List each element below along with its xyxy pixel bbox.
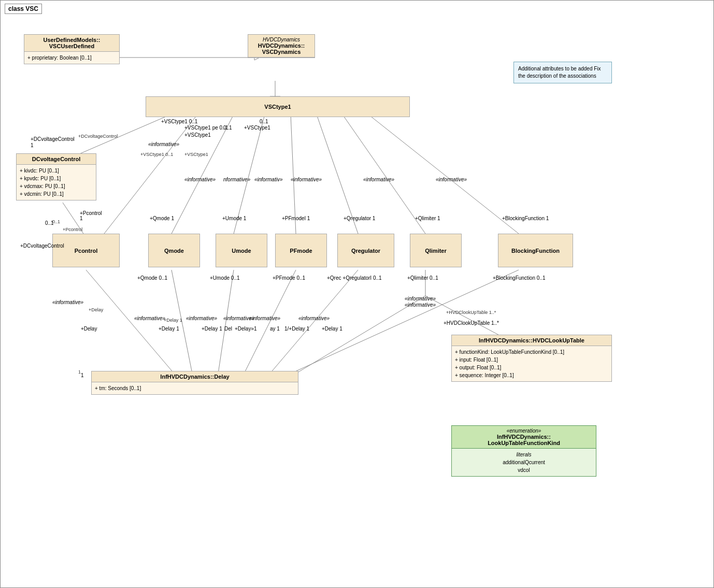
- label-informative-5: «informative»: [291, 177, 322, 182]
- class-umode-header: Umode: [216, 234, 267, 267]
- label-informative-row1: «informative»: [148, 141, 179, 147]
- class-hvdc-dynamics: HVDCDynamics HVDCDynamics::VSCDynamics: [248, 34, 315, 58]
- svg-line-31: [425, 296, 503, 337]
- label-informative-7: «informative»: [436, 177, 467, 182]
- class-delay-header: InfHVDCDynamics::Delay: [92, 371, 298, 382]
- class-qmode: Qmode: [148, 234, 200, 267]
- label-informative-3: nformative»: [223, 177, 250, 182]
- label-qreg-bot: +Qrec +QregulatorI 0..1: [327, 275, 382, 281]
- svg-line-23: [172, 270, 192, 374]
- label-delay-pfmode: Del: [224, 326, 232, 332]
- label-block-bot: +BlockingFunction 0..1: [493, 275, 545, 281]
- label-dc-control-1: +DCvoltageControl: [31, 136, 75, 142]
- label-inf-pfmode2: «informative»: [249, 315, 280, 321]
- label-delay-umode: +Delay 1: [202, 326, 222, 332]
- class-lookup-kind-header: «enumeration» InfHVDCDynamics::LookUpTab…: [452, 426, 596, 449]
- class-lookup-kind-enum: «enumeration» InfHVDCDynamics::LookUpTab…: [451, 425, 596, 477]
- label-pfmode-top: +PFmodel 1: [282, 216, 310, 221]
- label-block-top: +BlockingFunction 1: [502, 216, 549, 221]
- label-vsct1-pcontrol: +VSCtype1 0..1: [161, 119, 197, 124]
- label-delay-qlim: 1/+Delay 1: [284, 326, 309, 332]
- label-delay-qmode: +Delay 1: [159, 326, 179, 332]
- class-qregulator-header: Qregulator: [338, 234, 394, 267]
- label-delay-pcontrol: +Delay: [81, 326, 97, 332]
- svg-line-27: [270, 270, 358, 374]
- class-hvdc-lookup-table: InfHVDCDynamics::HVDCLookUpTable + funct…: [451, 335, 612, 382]
- class-qmode-header: Qmode: [149, 234, 199, 267]
- label-qlim-bot: +Qlimiter 0..1: [407, 275, 438, 281]
- class-user-defined-body: + proprietary: Boolean [0..1]: [24, 52, 119, 64]
- label-inf-qreg: «informative»: [298, 315, 330, 321]
- label-delay-pfmode2: +Delay»1: [235, 326, 257, 332]
- class-delay: InfHVDCDynamics::Delay + tm: Seconds [0.…: [91, 371, 298, 395]
- class-delay-body: + tm: Seconds [0..1]: [92, 382, 298, 394]
- svg-text:+Pcontrol: +Pcontrol: [63, 227, 82, 232]
- class-pcontrol-header: Pcontrol: [53, 234, 119, 267]
- class-vsctype1: VSCtype1: [146, 96, 410, 117]
- svg-text:+HVDClookUpTable 1..*: +HVDClookUpTable 1..*: [446, 310, 496, 315]
- label-informative-4: «informativ»: [254, 177, 282, 182]
- label-vsct1-qmode: +VSCtype1 pe 0..1: [184, 125, 228, 131]
- note-additional: Additional attributes to be added Fix th…: [513, 62, 612, 83]
- label-pcontrol-main: +Pcontrol: [80, 210, 102, 216]
- label-inf-qlim: «informative»: [405, 296, 436, 302]
- class-umode: Umode: [216, 234, 267, 267]
- class-blocking-function: BlockingFunction: [498, 234, 573, 267]
- svg-text:+VSCtype1: +VSCtype1: [184, 152, 208, 157]
- label-vsct1-umode: +VSCtype1: [244, 125, 270, 131]
- label-delay-qreg: ay 1: [270, 326, 280, 332]
- svg-line-20: [86, 270, 174, 374]
- label-dc-control-1b: 1: [31, 142, 34, 148]
- svg-text:+DCvoltageControl: +DCvoltageControl: [78, 134, 118, 139]
- class-lookup-kind-body: literals additionalQcurrent vdcol: [452, 449, 596, 476]
- svg-text:+VSCtype1  0..1: +VSCtype1 0..1: [140, 152, 173, 157]
- class-hvdc-lookup-table-body: + functionKind: LookUpTableFunctionKind …: [452, 346, 611, 381]
- class-pcontrol: Pcontrol: [52, 234, 120, 267]
- label-inf-pcontrol: «informative»: [52, 299, 83, 305]
- label-qreg-top: +Qregulator 1: [344, 216, 375, 221]
- class-qlimiter-header: Qlimiter: [410, 234, 461, 267]
- label-qlim-top: +Qlimiter 1: [415, 216, 440, 221]
- class-dc-voltage-control-header: DCvoltageControl: [17, 154, 96, 165]
- label-delay-block: +Delay 1: [322, 326, 342, 332]
- label-qmode-bot: +Qmode 0..1: [137, 275, 167, 281]
- svg-text:+Delay: +Delay: [89, 307, 104, 312]
- class-user-defined-header: UserDefinedModels::VSCUserDefined: [24, 35, 119, 52]
- class-hvdc-lookup-table-header: InfHVDCDynamics::HVDCLookUpTable: [452, 335, 611, 346]
- class-blocking-function-header: BlockingFunction: [498, 234, 573, 267]
- label-informative-6: «informative»: [363, 177, 394, 182]
- label-vsct1-0..1-2: 0..1: [223, 125, 232, 131]
- label-vsct1-blockfunc: 0..1: [260, 119, 268, 124]
- diagram-title: class VSC: [5, 4, 42, 14]
- class-pfmode-header: PFmode: [276, 234, 326, 267]
- label-umode-bot: +Umode 0..1: [210, 275, 240, 281]
- label-umode-top: +Umode 1: [222, 216, 246, 221]
- class-dc-voltage-control-body: + kivdc: PU [0..1] + kpvdc: PU [0..1] + …: [17, 165, 96, 200]
- label-inf-qlim2: «informative»: [405, 302, 436, 308]
- class-hvdc-dynamics-header: HVDCDynamics HVDCDynamics::VSCDynamics: [248, 35, 315, 58]
- svg-line-19: [368, 114, 519, 234]
- class-qregulator: Qregulator: [337, 234, 394, 267]
- label-inf-qmode: «informative»: [134, 315, 165, 321]
- svg-line-25: [218, 270, 234, 374]
- label-qmode-top: +Qmode 1: [150, 216, 174, 221]
- class-vsctype1-header: VSCtype1: [146, 97, 409, 117]
- label-pcontrol-dc: +DCvoltageControl: [20, 243, 64, 249]
- label-vsct1-extra: +VSCtype1: [184, 132, 211, 138]
- class-user-defined: UserDefinedModels::VSCUserDefined + prop…: [24, 34, 120, 64]
- label-delay-1-a: 1: [81, 372, 84, 378]
- class-user-defined-name: UserDefinedModels::VSCUserDefined: [43, 37, 100, 49]
- svg-line-26: [244, 270, 296, 374]
- class-pfmode: PFmode: [275, 234, 327, 267]
- diagram-container: class VSC +DCvoltageControl 1 +Pcontrol …: [0, 0, 714, 588]
- diagram-lines: +DCvoltageControl 1 +Pcontrol 0..1 +DCvo…: [1, 1, 714, 588]
- label-pcontrol-1: 1: [80, 216, 83, 221]
- label-hvdc-lookup: +HVDClookUpTable 1..*: [444, 320, 499, 326]
- label-informative-2: «informative»: [184, 177, 216, 182]
- label-pfmode-bot: +PFmode 0..1: [273, 275, 305, 281]
- label-inf-umode: «informative»: [186, 315, 217, 321]
- note-text: Additional attributes to be added Fix th…: [518, 66, 601, 79]
- svg-text:+Delay 1: +Delay 1: [164, 318, 182, 323]
- label-pcontrol-0..1: 0..1: [45, 220, 54, 226]
- class-qlimiter: Qlimiter: [410, 234, 462, 267]
